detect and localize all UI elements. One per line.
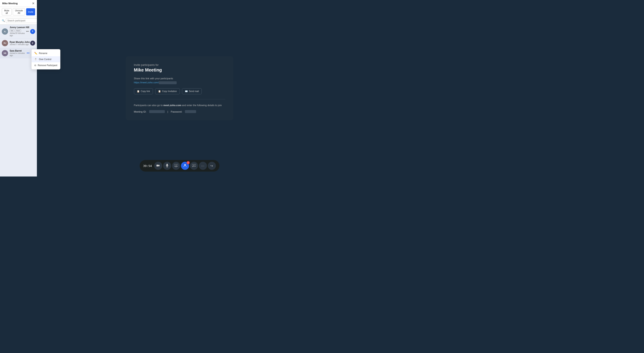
participant-info: Ryan Murphy John Joined 7 minutes ago: [10, 41, 30, 45]
participant-time: Joined 7 minutes ago: [10, 43, 30, 45]
participants-button[interactable]: 3: [181, 162, 189, 170]
unmute-all-button[interactable]: Unmute All: [13, 8, 25, 15]
divider: [134, 99, 225, 99]
invite-button[interactable]: Invite: [26, 8, 35, 15]
meeting-details: Meeting ID: | Password:: [134, 110, 225, 113]
camera-icon: [156, 164, 160, 168]
screen-share-icon: [174, 164, 178, 168]
give-control-menu-item[interactable]: 🖱️ Give Control: [32, 56, 60, 62]
link-blurred: [159, 81, 177, 84]
bottom-toolbar: 39:54: [140, 160, 219, 172]
leave-button[interactable]: ↪: [208, 162, 216, 170]
participant-info: Sara Barret Joined 4 minutes ago: [10, 50, 26, 56]
sidebar-header: Mike Meeting ✕: [0, 0, 37, 7]
meeting-link[interactable]: https://meet.zoho.com/: [134, 81, 225, 84]
send-mail-icon: ✉️: [185, 90, 188, 92]
participant-name-row: Sara Barret: [10, 50, 26, 52]
avatar: SB: [2, 50, 8, 56]
participant-controls: 🎙: [30, 41, 35, 45]
svg-rect-1: [166, 164, 168, 166]
search-icon: 🔍: [2, 19, 5, 22]
main-content: Invite participants for Mike Meeting Sha…: [37, 0, 322, 176]
join-domain: meet.zoho.com: [164, 104, 181, 107]
sidebar-title: Mike Meeting: [2, 2, 18, 5]
password-label: Password:: [171, 110, 182, 113]
camera-button[interactable]: [154, 162, 162, 170]
svg-point-7: [184, 164, 186, 166]
sidebar-actions: Mute all Unmute All Invite: [0, 7, 37, 17]
microphone-button[interactable]: [163, 162, 171, 170]
microphone-icon: [166, 164, 168, 168]
participant-item: RJ Ryan Murphy John Joined 7 minutes ago…: [0, 38, 37, 48]
give-control-icon: 🖱️: [34, 58, 37, 61]
avatar: JL: [2, 28, 8, 35]
participant-name-row: Jonny Lawson Hill Me Host: [10, 26, 26, 32]
timer-display: 39:54: [143, 164, 152, 168]
chat-button[interactable]: [190, 162, 198, 170]
remove-participant-menu-item[interactable]: ⊖ Remove Participant: [32, 62, 60, 68]
participants-icon: [183, 164, 187, 168]
share-text: Share this link with your participants: [134, 77, 225, 80]
join-text: Participants can also go to meet.zoho.co…: [134, 103, 225, 107]
send-mail-button[interactable]: ✉️ Send mail: [182, 88, 202, 94]
invite-card: Invite participants for Mike Meeting Sha…: [126, 56, 233, 120]
context-menu: ✏️ Rename 🖱️ Give Control ⊖ Remove Parti…: [31, 49, 60, 69]
participant-name: Sara Barret: [10, 50, 22, 52]
search-area: 🔍 ⇅ ⊘: [0, 17, 37, 24]
invite-meeting-name: Mike Meeting: [134, 67, 225, 73]
copy-link-button[interactable]: 📋 Copy link: [134, 88, 153, 94]
mic-button[interactable]: 🎙: [30, 29, 35, 34]
participant-list: JL Jonny Lawson Hill Me Host Joined 8 mi…: [0, 24, 37, 176]
rename-label: Rename: [39, 52, 48, 54]
more-options-button[interactable]: ···: [199, 162, 207, 170]
avatar: RJ: [2, 40, 8, 46]
svg-rect-0: [156, 165, 158, 166]
meeting-id-value: [149, 110, 165, 113]
copy-invitation-icon: 📋: [158, 90, 161, 92]
rename-menu-item[interactable]: ✏️ Rename: [32, 50, 60, 56]
copy-link-icon: 📋: [137, 90, 140, 92]
invite-for-label: Invite participants for: [134, 63, 225, 67]
remove-icon: ⊖: [34, 64, 36, 67]
search-input[interactable]: [6, 18, 37, 23]
participant-name: Ryan Murphy John: [10, 41, 30, 43]
chat-icon: [192, 164, 196, 168]
participant-item: JL Jonny Lawson Hill Me Host Joined 8 mi…: [0, 24, 37, 38]
give-control-label: Give Control: [39, 58, 52, 60]
svg-rect-8: [192, 164, 196, 166]
close-button[interactable]: ✕: [32, 2, 35, 5]
invite-buttons: 📋 Copy link 📋 Copy Invitation ✉️ Send ma…: [134, 88, 225, 94]
more-icon: ···: [201, 164, 204, 168]
leave-icon: ↪: [210, 164, 213, 168]
screen-share-button[interactable]: [172, 162, 180, 170]
password-value: [185, 110, 196, 113]
participant-name-row: Ryan Murphy John: [10, 41, 30, 43]
mic-button[interactable]: 🎙: [30, 41, 35, 45]
participant-info: Jonny Lawson Hill Me Host Joined 8 minut…: [10, 26, 26, 37]
participant-time: Joined 4 minutes ago: [10, 52, 26, 56]
mute-all-button[interactable]: Mute all: [2, 8, 12, 15]
me-badge: Me: [10, 29, 14, 32]
participant-time: Joined 8 minutes ago: [10, 32, 26, 37]
copy-invitation-button[interactable]: 📋 Copy Invitation: [155, 88, 180, 94]
rename-icon: ✏️: [34, 52, 37, 55]
host-badge: Host: [15, 29, 21, 32]
meeting-id-label: Meeting ID:: [134, 110, 146, 113]
more-options-button[interactable]: •••: [26, 51, 30, 55]
participant-controls: ••• 🎙: [26, 29, 35, 34]
participants-sidebar: Mike Meeting ✕ Mute all Unmute All Invit…: [0, 0, 37, 176]
participant-name: Jonny Lawson Hill: [10, 26, 29, 28]
remove-label: Remove Participant: [38, 64, 57, 67]
participant-count-badge: 3: [186, 161, 190, 164]
more-options-button[interactable]: •••: [26, 29, 29, 33]
